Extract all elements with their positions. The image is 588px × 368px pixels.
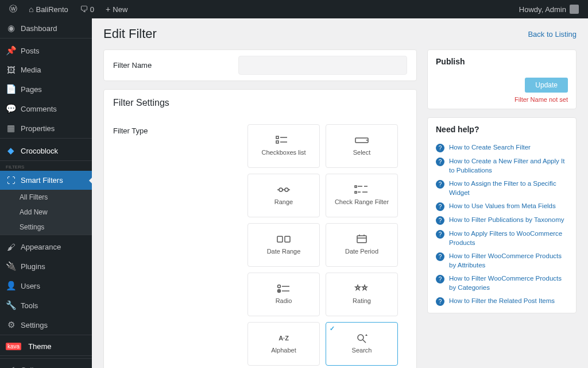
howdy[interactable]: Howdy, Admin	[519, 5, 583, 14]
menu-pages[interactable]: 📄Pages	[0, 79, 92, 99]
crocoblock-icon: ◆	[6, 145, 16, 156]
dashboard-icon: ◉	[6, 23, 16, 33]
menu-media[interactable]: 🖾Media	[0, 60, 92, 79]
menu-smart-filters[interactable]: ⛶Smart Filters	[0, 171, 92, 190]
comments-link[interactable]: 🗨0	[75, 5, 99, 14]
wrench-icon: 🔧	[6, 300, 16, 310]
help-item: ?How to Filter the Related Post Items	[436, 297, 568, 306]
help-item: ?How to Assign the Filter to a Specific …	[436, 179, 568, 197]
filter-icon: ⛶	[6, 175, 16, 185]
menu-crocoblock[interactable]: ◆Crocoblock	[0, 141, 92, 160]
menu-appearance[interactable]: 🖌Appearance	[0, 237, 92, 256]
pin-icon: 📌	[6, 45, 16, 56]
help-icon: ?	[436, 158, 444, 166]
menu-plugins[interactable]: 🔌Plugins	[0, 256, 92, 276]
filter-type-search[interactable]: Search	[326, 322, 398, 366]
filter-type-range[interactable]: Range	[247, 174, 320, 217]
update-button[interactable]: Update	[525, 78, 568, 93]
menu-users[interactable]: 👤Users	[0, 276, 92, 296]
media-icon: 🖾	[6, 65, 16, 75]
help-link[interactable]: How to Use Values from Meta Fields	[449, 202, 556, 211]
help-link[interactable]: How to Assign the Filter to a Specific W…	[449, 179, 568, 197]
sliders-icon: ⚙	[6, 320, 16, 330]
back-to-listing[interactable]: Back to Listing	[528, 30, 577, 39]
help-icon: ?	[436, 180, 444, 189]
wp-logo[interactable]: ⓦ	[5, 4, 22, 14]
content-area: Edit Filter Back to Listing Filter Name …	[92, 18, 588, 368]
filter-type-radio[interactable]: Radio	[247, 273, 320, 316]
help-link[interactable]: How to Filter WooCommerce Products by At…	[449, 252, 568, 270]
filter-type-select[interactable]: Select	[326, 124, 398, 168]
publish-error: Filter Name not set	[428, 96, 576, 109]
help-item: ?How to Create a New Filter and Apply It…	[436, 157, 568, 175]
filter-type-date-period[interactable]: Date Period	[326, 223, 398, 267]
filter-type-alphabet[interactable]: A·ZAlphabet	[247, 322, 320, 366]
svg-text:A·Z: A·Z	[278, 335, 289, 342]
help-link[interactable]: How to Apply Filters to WooCommerce Prod…	[449, 229, 568, 247]
help-item: ?How to Filter WooCommerce Products by A…	[436, 252, 568, 270]
admin-bar: ⓦ ⌂BaliRento 🗨0 +New Howdy, Admin	[0, 0, 588, 18]
menu-theme[interactable]: kavaTheme	[0, 338, 92, 355]
smart-filters-submenu: All Filters Add New Settings	[0, 190, 92, 235]
help-title: Need help?	[428, 118, 576, 141]
collapse-menu[interactable]: ◀Collapse menu	[0, 358, 92, 368]
svg-rect-2	[276, 141, 278, 143]
help-item: ?How to Filter WooCommerce Products by C…	[436, 274, 568, 292]
svg-rect-0	[276, 136, 278, 139]
submenu-all-filters[interactable]: All Filters	[0, 190, 92, 205]
comment-icon: 💬	[6, 103, 16, 114]
panel-filter-settings: Filter Settings Filter Type Checkboxes l…	[103, 89, 417, 368]
filter-type-date-range[interactable]: Date Range	[247, 223, 320, 267]
grid-icon: ▦	[6, 123, 16, 133]
settings-title: Filter Settings	[104, 90, 416, 116]
help-icon: ?	[436, 297, 444, 306]
help-icon: ?	[436, 202, 444, 211]
new-link[interactable]: +New	[101, 5, 132, 14]
filter-type-check-range-filter[interactable]: Check Range Filter	[326, 174, 398, 217]
admin-sidebar: ◉Dashboard 📌Posts 🖾Media 📄Pages 💬Comment…	[0, 18, 92, 368]
user-icon: 👤	[6, 281, 16, 291]
filter-type-label: Filter Type	[113, 122, 228, 135]
submenu-settings[interactable]: Settings	[0, 220, 92, 235]
menu-settings[interactable]: ⚙Settings	[0, 315, 92, 335]
plug-icon: 🔌	[6, 261, 16, 271]
help-item: ?How to Filter Publications by Taxonomy	[436, 216, 568, 225]
avatar-icon	[570, 5, 579, 14]
menu-properties[interactable]: ▦Properties	[0, 118, 92, 138]
help-icon: ?	[436, 144, 444, 152]
menu-tools[interactable]: 🔧Tools	[0, 296, 92, 315]
filter-type-tiles: Checkboxes listSelectRangeCheck Range Fi…	[238, 122, 407, 368]
svg-rect-16	[277, 236, 283, 242]
help-link[interactable]: How to Create Search Filter	[449, 143, 531, 152]
panel-publish: Publish Update Filter Name not set	[427, 49, 577, 109]
panel-filter-name: Filter Name	[103, 49, 417, 81]
svg-point-25	[278, 290, 280, 292]
panel-help: Need help? ?How to Create Search Filter?…	[427, 117, 577, 313]
menu-posts[interactable]: 📌Posts	[0, 41, 92, 60]
menu-dashboard[interactable]: ◉Dashboard	[0, 18, 92, 38]
publish-title: Publish	[428, 50, 576, 73]
filter-name-input[interactable]	[238, 56, 407, 75]
help-link[interactable]: How to Create a New Filter and Apply It …	[449, 157, 568, 175]
help-link[interactable]: How to Filter WooCommerce Products by Ca…	[449, 274, 568, 292]
brush-icon: 🖌	[6, 242, 16, 252]
help-icon: ?	[436, 230, 444, 239]
submenu-add-new[interactable]: Add New	[0, 205, 92, 220]
filter-type-checkboxes-list[interactable]: Checkboxes list	[247, 124, 320, 168]
svg-point-28	[358, 335, 363, 340]
menu-comments[interactable]: 💬Comments	[0, 99, 92, 118]
help-link[interactable]: How to Filter the Related Post Items	[449, 297, 555, 306]
svg-line-29	[363, 340, 366, 343]
help-item: ?How to Use Values from Meta Fields	[436, 202, 568, 211]
help-icon: ?	[436, 275, 444, 283]
page-icon: 📄	[6, 84, 16, 94]
svg-rect-17	[285, 236, 290, 242]
svg-rect-10	[355, 186, 357, 187]
help-item: ?How to Create Search Filter	[436, 143, 568, 152]
filter-type-rating[interactable]: Rating	[326, 273, 398, 316]
help-link[interactable]: How to Filter Publications by Taxonomy	[449, 216, 564, 225]
help-item: ?How to Apply Filters to WooCommerce Pro…	[436, 229, 568, 247]
collapse-icon: ◀	[6, 365, 16, 368]
site-link[interactable]: ⌂BaliRento	[24, 5, 73, 14]
svg-point-5	[279, 188, 283, 191]
